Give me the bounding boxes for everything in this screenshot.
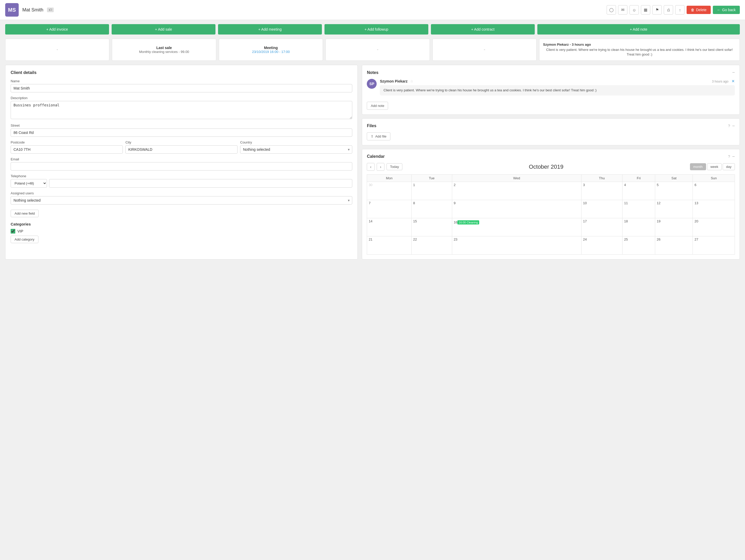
cal-day-13[interactable]: 13 [693,200,735,218]
copy-icon-btn[interactable]: ▦ [641,5,650,14]
street-input[interactable] [11,128,352,137]
cal-next-btn[interactable]: › [377,163,384,171]
sale-sub: Monthly cleaning services - 99.00 [139,50,189,54]
vip-checkbox-row: VIP [11,229,352,234]
cal-header-wed: Wed [452,174,581,182]
add-note-button[interactable]: + Add note [537,24,740,34]
files-collapse-btn[interactable]: − [732,123,735,129]
cal-month-btn[interactable]: month [690,163,706,170]
postcode-input[interactable] [11,145,123,154]
add-followup-button[interactable]: + Add followup [324,24,428,34]
cal-day-14[interactable]: 14 [367,218,412,236]
cal-day-15[interactable]: 15 [412,218,452,236]
note-author-row: Szymon Piekarz ☆ [380,79,414,83]
cal-day-16[interactable]: 1616:00 Cleaning [452,218,581,236]
phone-input[interactable] [49,179,352,188]
add-new-field-button[interactable]: Add new field [11,210,39,217]
cal-day-21[interactable]: 21 [367,236,412,254]
files-help-icon[interactable]: ? [728,124,730,128]
cal-prev-btn[interactable]: ‹ [367,163,375,171]
cal-day-25[interactable]: 25 [622,236,655,254]
city-field-group: City [125,140,237,154]
cal-day-26[interactable]: 26 [655,236,693,254]
delete-button[interactable]: 🗑 Delete [687,6,710,14]
pin-icon-btn[interactable]: ⚑ [652,5,662,14]
cal-day-17[interactable]: 17 [581,218,622,236]
cal-day-27[interactable]: 27 [693,236,735,254]
upload-icon-btn[interactable]: ↑ [675,5,684,14]
cal-day-18[interactable]: 18 [622,218,655,236]
cal-day-11[interactable]: 11 [622,200,655,218]
cal-day-8[interactable]: 8 [412,200,452,218]
client-tag[interactable]: 🏷 [47,7,54,12]
cal-day-30[interactable]: 30 [367,182,412,200]
cal-row-1: 30 1 2 3 4 5 6 [367,182,735,200]
cal-day-12[interactable]: 12 [655,200,693,218]
cal-day-24[interactable]: 24 [581,236,622,254]
followup-dash: - [377,47,379,53]
invoice-card: - [5,39,109,61]
assigned-users-label: Assigned users [11,191,352,195]
city-input[interactable] [125,145,237,154]
meeting-date[interactable]: 23/10/2019 16:00 - 17:00 [252,50,290,54]
country-select[interactable]: Nothing selected [240,145,352,154]
cal-day-4[interactable]: 4 [622,182,655,200]
cal-day-5[interactable]: 5 [655,182,693,200]
go-back-button[interactable]: ← Go back [713,6,740,14]
email-input[interactable] [11,162,352,170]
avatar: MS [5,3,19,17]
phone-country-select[interactable]: Poland (+48) [11,179,47,188]
calendar-grid: Mon Tue Wed Thu Fri Sat Sun 30 1 2 3 [367,174,735,255]
notes-section: Notes − SP Szymon Piekarz ☆ 3 hours ago … [362,65,740,115]
files-icons: ? − [728,123,735,129]
telephone-label: Telephone [11,174,352,178]
note-delete-icon[interactable]: ✕ [732,79,735,83]
add-sale-button[interactable]: + Add sale [111,24,216,34]
cal-today-btn[interactable]: Today [387,163,402,170]
assigned-users-select[interactable]: Nothing selected [11,196,352,204]
icon-btn-1[interactable]: ◯ [607,5,616,14]
sale-card: Last sale Monthly cleaning services - 99… [112,39,216,61]
cal-day-6[interactable]: 6 [693,182,735,200]
print-icon-btn[interactable]: ⎙ [664,5,673,14]
user-icon-btn[interactable]: ☺ [629,5,639,14]
add-category-button[interactable]: Add category [11,236,38,243]
email-icon-btn[interactable]: ✉ [618,5,627,14]
add-note-button[interactable]: Add note [367,102,388,110]
header: MS Mat Smith 🏷 ◯ ✉ ☺ ▦ ⚑ ⎙ ↑ 🗑 Delete ← … [0,0,745,20]
description-label: Description [11,96,352,100]
cal-day-3[interactable]: 3 [581,182,622,200]
cal-week-btn[interactable]: week [707,163,722,170]
add-invoice-button[interactable]: + Add invoice [5,24,109,34]
telephone-field-group: Telephone Poland (+48) [11,174,352,188]
notes-header: Notes − [367,70,735,75]
add-contract-button[interactable]: + Add contract [431,24,535,34]
note-body: Szymon Piekarz ☆ 3 hours ago ✕ Client is… [380,79,735,96]
cal-day-19[interactable]: 19 [655,218,693,236]
cal-day-7[interactable]: 7 [367,200,412,218]
note-header-row: Szymon Piekarz ☆ 3 hours ago ✕ [380,79,735,84]
cal-day-1[interactable]: 1 [412,182,452,200]
add-meeting-button[interactable]: + Add meeting [218,24,322,34]
cal-day-2[interactable]: 2 [452,182,581,200]
cal-day-20[interactable]: 20 [693,218,735,236]
description-input[interactable]: Bussines proffesional [11,101,352,119]
notes-collapse-btn[interactable]: − [732,70,735,75]
cal-day-btn[interactable]: day [723,163,735,170]
cal-day-22[interactable]: 22 [412,236,452,254]
trash-icon: 🗑 [691,8,694,12]
cal-day-10[interactable]: 10 [581,200,622,218]
categories-title: Categories [11,222,352,226]
cal-day-9[interactable]: 9 [452,200,581,218]
notes-title: Notes [367,70,378,75]
calendar-help-icon[interactable]: ? [728,155,730,159]
cal-day-23[interactable]: 23 [452,236,581,254]
name-input[interactable] [11,84,352,92]
client-details-title: Client details [11,70,352,75]
add-file-button[interactable]: ⇧ Add file [367,132,390,140]
vip-checkbox[interactable] [11,229,15,234]
calendar-collapse-btn[interactable]: − [732,154,735,159]
cal-event-cleaning[interactable]: 16:00 Cleaning [457,220,479,225]
note-star-icon[interactable]: ☆ [410,79,414,83]
invoice-dash: - [57,47,58,53]
